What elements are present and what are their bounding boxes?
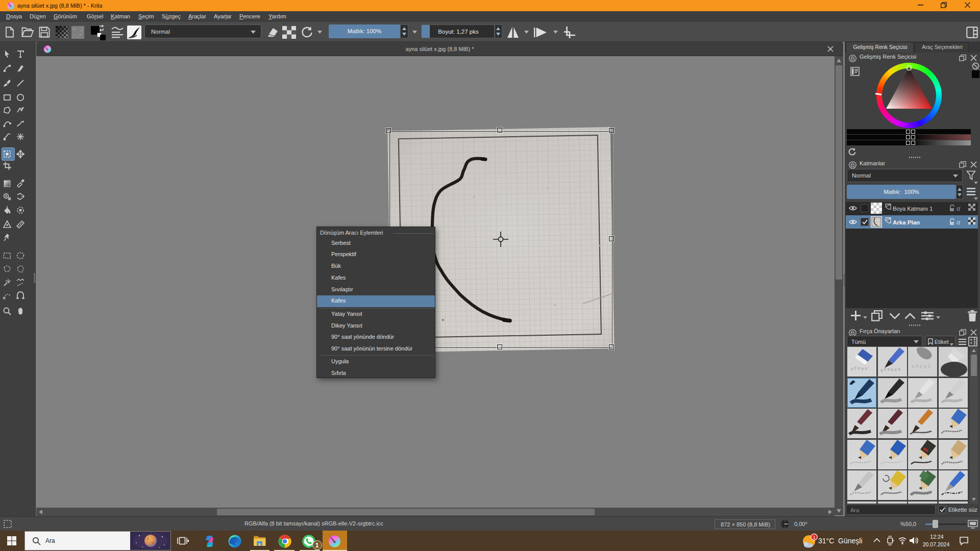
svg-text:α: α [957, 218, 961, 226]
svg-text:α: α [957, 205, 961, 212]
svg-text:1: 1 [813, 535, 815, 540]
